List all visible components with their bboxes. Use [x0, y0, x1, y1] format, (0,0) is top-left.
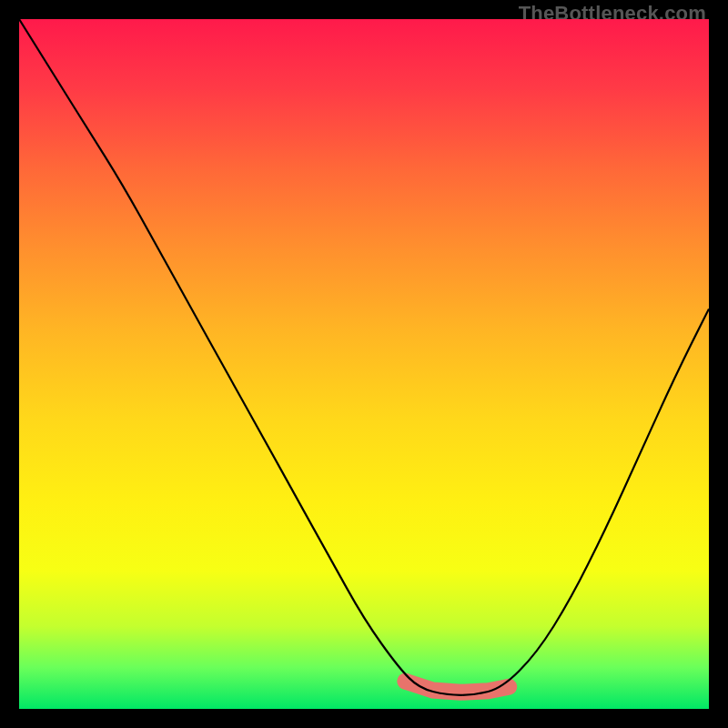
chart-frame: TheBottleneck.com: [0, 0, 728, 728]
curve-path: [19, 19, 709, 695]
chart-svg: [19, 19, 709, 709]
plot-area: [19, 19, 709, 709]
